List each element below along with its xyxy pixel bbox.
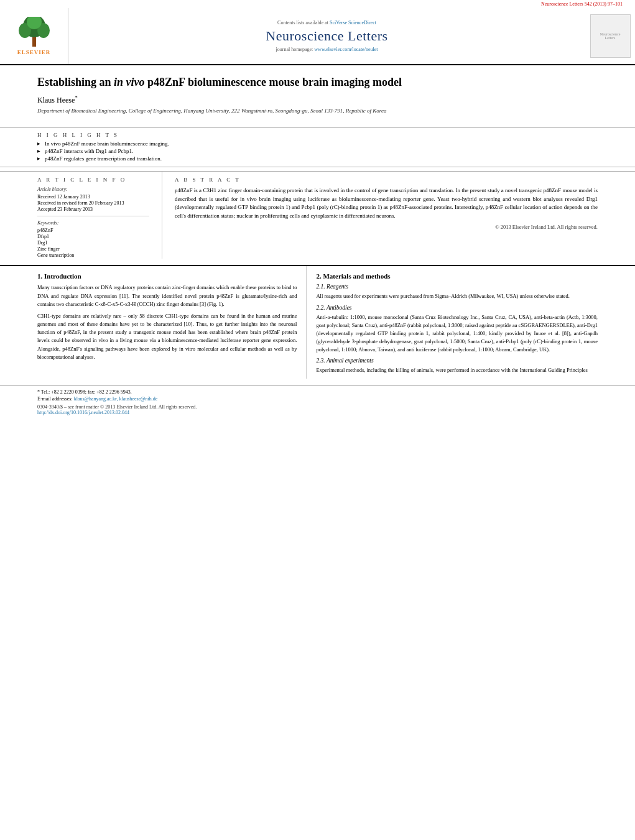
main-right-column: 2. Materials and methods 2.1. Reagents A… (306, 266, 598, 378)
header-center: Contents lists available at SciVerse Sci… (68, 8, 585, 64)
highlights-section: H I G H L I G H T S In vivo p48ZnF mouse… (0, 127, 635, 167)
highlight-text-3: p48ZnF regulates gene transcription and … (45, 155, 162, 162)
footnote-email: E-mail addresses: klaus@hanyang.ac.kr, k… (37, 396, 598, 402)
footer-bottom: 0304-3940/$ – see front matter © 2013 El… (37, 404, 598, 415)
main-left-column: 1. Introduction Many transcription facto… (37, 266, 306, 378)
doi-text: http://dx.doi.org/10.1016/j.neulet.2013.… (37, 410, 129, 415)
antibodies-heading: 2.2. Antibodies (316, 305, 598, 311)
title-italic: in vivo (114, 76, 145, 88)
doi-link[interactable]: http://dx.doi.org/10.1016/j.neulet.2013.… (37, 410, 129, 415)
history-label: Article history: (37, 187, 149, 192)
homepage-link[interactable]: www.elsevier.com/locate/neulet (314, 47, 378, 52)
antibodies-text: Anti-α-tubulin: 1:1000, mouse monoclonal… (316, 313, 598, 354)
footer-area: * Tel.: +82 2 2220 0398; fax: +82 2 2296… (0, 385, 635, 419)
highlight-text-2: p48ZnF interacts with Drg1 and Pcbp1. (45, 148, 133, 154)
elsevier-tree-icon (12, 17, 56, 48)
received-revised-date: Received in revised form 20 February 201… (37, 200, 149, 206)
main-content: 1. Introduction Many transcription facto… (0, 265, 635, 378)
title-part1: Establishing an (37, 76, 114, 88)
introduction-heading: 1. Introduction (37, 272, 297, 280)
sciverse-line: Contents lists available at SciVerse Sci… (277, 20, 376, 25)
highlight-item-1: In vivo p48ZnF mouse brain bioluminescen… (37, 141, 598, 147)
introduction-para-1: Many transcription factors or DNA regula… (37, 284, 297, 308)
homepage-link-label: www.elsevier.com/locate/neulet (314, 47, 378, 52)
journal-homepage-line: journal homepage: www.elsevier.com/locat… (276, 47, 378, 52)
info-divider (37, 216, 149, 216)
email-link[interactable]: klaus@hanyang.ac.kr, klausheese@nih.de (74, 396, 158, 402)
footnote-contact: * Tel.: +82 2 2220 0398; fax: +82 2 2296… (37, 389, 598, 395)
introduction-para-2: C3H1-type domains are relatively rare – … (37, 312, 297, 361)
highlight-item-2: p48ZnF interacts with Drg1 and Pcbp1. (37, 148, 598, 154)
sciverse-text: Contents lists available at (277, 20, 328, 25)
keyword-5: Gene transcription (37, 252, 149, 258)
journal-ref: Neuroscience Letters 542 (2013) 97–101 (0, 0, 635, 8)
article-title: Establishing an in vivo p48ZnF biolumine… (37, 75, 598, 90)
keyword-4: Zinc finger (37, 246, 149, 252)
keyword-1: p48ZnF (37, 228, 149, 233)
article-info-column: A R T I C L E I N F O Article history: R… (37, 172, 162, 259)
journal-title: Neuroscience Letters (266, 28, 387, 44)
author-name: Klaus Heese* (37, 95, 598, 105)
email-label: E-mail addresses: (37, 396, 73, 402)
materials-methods-heading: 2. Materials and methods (316, 272, 598, 280)
title-part2: p48ZnF bioluminescence mouse brain imagi… (145, 76, 402, 88)
keyword-3: Drg1 (37, 240, 149, 246)
reagents-heading: 2.1. Reagents (316, 284, 598, 290)
elsevier-text: ELSEVIER (17, 49, 51, 55)
homepage-text: journal homepage: (276, 47, 313, 52)
journal-header: ELSEVIER Contents lists available at Sci… (0, 8, 635, 65)
issn-line: 0304-3940/$ – see front matter © 2013 El… (37, 404, 197, 410)
abstract-text: p48ZnF is a C3H1 zinc finger domain-cont… (175, 187, 598, 220)
animal-experiments-text: Experimental methods, including the kill… (316, 366, 598, 374)
author-affiliation: Department of Biomedical Engineering, Co… (37, 108, 598, 114)
elsevier-logo: ELSEVIER (12, 17, 56, 55)
keywords-label: Keywords: (37, 220, 149, 226)
right-logo-area: NeuroscienceLetters (585, 8, 635, 64)
received-date: Received 12 January 2013 (37, 194, 149, 200)
sciverse-link-label: SciVerse ScienceDirect (330, 20, 376, 25)
keyword-2: Dfrp1 (37, 234, 149, 239)
abstract-column: A B S T R A C T p48ZnF is a C3H1 zinc fi… (162, 172, 598, 259)
page: Neuroscience Letters 542 (2013) 97–101 E… (0, 0, 635, 840)
highlight-text-1: In vivo p48ZnF mouse brain bioluminescen… (45, 141, 169, 147)
author-text: Klaus Heese (37, 96, 75, 104)
journal-ref-text: Neuroscience Letters 542 (2013) 97–101 (541, 1, 623, 7)
highlights-title: H I G H L I G H T S (37, 132, 598, 138)
highlight-item-3: p48ZnF regulates gene transcription and … (37, 155, 598, 162)
article-info-heading: A R T I C L E I N F O (37, 177, 149, 183)
article-info-abstract: A R T I C L E I N F O Article history: R… (0, 171, 635, 259)
reagents-text: All reagents used for experiments were p… (316, 292, 598, 300)
article-area: Establishing an in vivo p48ZnF biolumine… (0, 69, 635, 124)
author-sup: * (75, 95, 78, 101)
abstract-heading: A B S T R A C T (175, 177, 598, 183)
accepted-date: Accepted 23 February 2013 (37, 206, 149, 212)
sciverse-link[interactable]: SciVerse ScienceDirect (330, 20, 376, 25)
elsevier-logo-area: ELSEVIER (0, 8, 68, 64)
neuroscience-cover-thumbnail: NeuroscienceLetters (590, 14, 631, 58)
copyright-line: © 2013 Elsevier Ireland Ltd. All rights … (175, 224, 598, 230)
email-addresses: klaus@hanyang.ac.kr, klausheese@nih.de (74, 396, 158, 402)
animal-experiments-heading: 2.3. Animal experiments (316, 358, 598, 364)
